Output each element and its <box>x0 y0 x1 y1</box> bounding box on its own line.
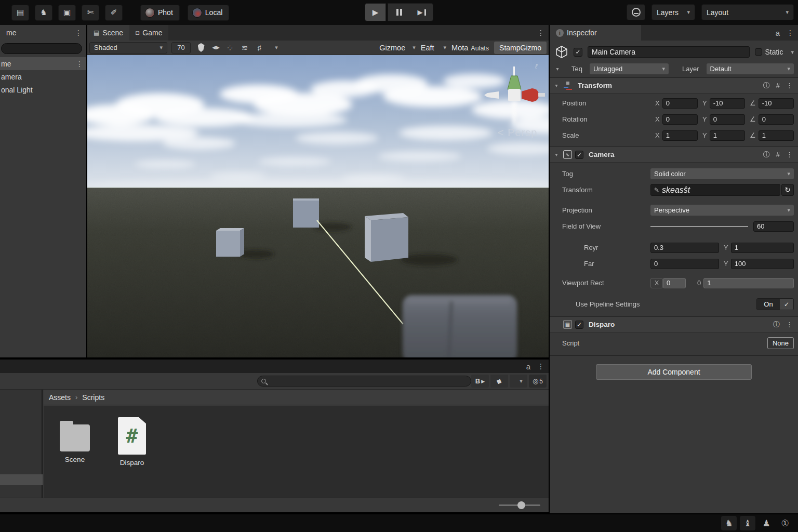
rotation-y-field[interactable]: 0 <box>710 114 745 125</box>
near-y-field[interactable]: 1 <box>731 243 794 253</box>
creature-tool-icon[interactable]: ♞ <box>35 5 52 21</box>
scale-z-field[interactable]: 1 <box>759 130 794 141</box>
position-z-field[interactable]: -10 <box>759 98 794 109</box>
swirl-icon[interactable]: ≋ <box>237 42 252 54</box>
project-kebab-icon[interactable]: ⋮ <box>535 362 547 370</box>
hierarchy-search-input[interactable] <box>1 43 82 54</box>
rotation-x-field[interactable]: 0 <box>662 114 698 125</box>
scale-x-field[interactable]: 1 <box>662 130 698 141</box>
camera-view-caret[interactable]: ▾ <box>267 42 281 54</box>
tab-game[interactable]: ◘ Game <box>129 25 168 41</box>
disparo-header[interactable]: ▦ ✓ Disparo ⓘ ⋮ <box>550 317 798 332</box>
folder-tree-selected-row[interactable] <box>0 474 43 485</box>
transform-preset-icon[interactable]: # <box>776 82 780 89</box>
camera-enabled-checkbox[interactable]: ✓ <box>575 151 583 159</box>
cube-small[interactable] <box>216 228 244 257</box>
far-y-field[interactable]: 100 <box>731 259 794 269</box>
fov-slider[interactable] <box>650 226 748 227</box>
perspective-label[interactable]: < Persp <box>498 127 537 138</box>
position-x-field[interactable]: 0 <box>662 98 698 109</box>
layout-dropdown[interactable]: Layout ▾ <box>701 4 794 20</box>
layers-dropdown[interactable]: Layers ▾ <box>651 4 695 20</box>
butterfly-icon[interactable]: ✄ <box>82 5 99 21</box>
step-button[interactable]: ▶ <box>410 4 433 21</box>
project-search[interactable] <box>257 376 471 387</box>
status-creature-icon-2[interactable]: ♝ <box>740 516 755 530</box>
script-none-button[interactable]: None <box>767 337 794 349</box>
gameobject-name-field[interactable]: Main Camera <box>588 46 750 58</box>
layer-dropdown[interactable]: Detault ▾ <box>707 63 794 74</box>
cube-center[interactable] <box>293 198 319 228</box>
tab-inspector[interactable]: i Inspecfor <box>550 25 641 41</box>
status-creature-icon-1[interactable]: ♞ <box>721 516 737 530</box>
status-info-icon[interactable]: ① <box>777 516 793 530</box>
account-button[interactable] <box>627 4 645 20</box>
project-search-input[interactable] <box>269 378 467 385</box>
projection-dropdown[interactable]: Perspective ▾ <box>650 205 794 216</box>
search-filter-caret[interactable]: ▾ <box>510 375 527 388</box>
scale-y-field[interactable]: 1 <box>710 130 745 141</box>
asset-store-icon[interactable]: B▶ <box>471 375 489 388</box>
camera-header[interactable]: ▾ ∿ ✓ Camera ⓘ # ⋮ <box>550 147 798 163</box>
camera-preset-icon[interactable]: # <box>776 151 780 158</box>
breadcrumb-scripts[interactable]: Scripts <box>82 393 104 402</box>
eaft-dropdown[interactable]: Eaft ▾ <box>421 44 446 52</box>
cube-large[interactable] <box>365 213 408 262</box>
grid-icon[interactable]: ♯ <box>252 42 267 54</box>
gizmo-center-cube[interactable] <box>508 89 521 101</box>
window-tool-icon[interactable]: ▣ <box>58 5 76 21</box>
phot-button[interactable]: Phot <box>140 5 180 21</box>
gameobject-fold-icon[interactable]: ▾ <box>554 66 561 72</box>
tog-dropdown[interactable]: Solid color ▾ <box>650 168 794 179</box>
add-component-button[interactable]: Add Component <box>596 364 752 380</box>
asset-scene-folder[interactable]: Scene <box>56 417 94 498</box>
stampgizmo-button[interactable]: StampGizmo <box>494 42 547 54</box>
scene-kebab-icon[interactable]: ⋮ <box>535 29 547 37</box>
transform-header[interactable]: ▾ Transform ⓘ # ⋮ <box>550 78 798 94</box>
tag-dropdown[interactable]: Untagged ▾ <box>590 63 669 74</box>
asset-disparo-script[interactable]: # Disparo <box>113 417 151 498</box>
thumbnail-zoom-slider[interactable] <box>499 504 540 506</box>
far-field[interactable]: 0 <box>650 259 719 269</box>
disparo-info-icon[interactable]: ⓘ <box>773 320 780 329</box>
cube-foreground[interactable] <box>403 295 517 357</box>
zoom-slider-knob[interactable] <box>517 501 525 509</box>
background-field[interactable]: ✎ skeasŝt <box>650 184 780 196</box>
pause-button[interactable] <box>388 4 410 21</box>
near-field[interactable]: 0.3 <box>650 243 719 253</box>
refresh-button[interactable]: ↻ <box>781 184 794 196</box>
gizmos-dropdown[interactable]: Gizmoe ▾ <box>379 44 416 52</box>
pipeline-toggle[interactable]: On ✓ <box>756 298 794 310</box>
transform-fold-icon[interactable]: ▾ <box>553 83 560 88</box>
viewport-x-field[interactable]: 0 <box>663 278 686 288</box>
effects-icon[interactable]: ∷ <box>221 38 239 57</box>
static-control[interactable]: Static ▾ <box>755 48 794 56</box>
camera-kebab-icon[interactable]: ⋮ <box>786 151 793 158</box>
position-y-field[interactable]: -10 <box>710 98 745 109</box>
transform-kebab-icon[interactable]: ⋮ <box>786 82 793 89</box>
transform-info-icon[interactable]: ⓘ <box>763 81 770 90</box>
shading-mode-dropdown[interactable]: Shaded ▾ <box>89 42 167 54</box>
search-by-label-icon[interactable]: ◆ <box>490 375 508 388</box>
hierarchy-item-kebab-icon[interactable]: ⋮ <box>74 60 85 68</box>
static-checkbox[interactable] <box>755 48 762 56</box>
camera-info-icon[interactable]: ⓘ <box>763 150 770 159</box>
breadcrumb-assets[interactable]: Assets <box>49 393 71 402</box>
hidden-count-button[interactable]: ◎ 5 <box>529 375 547 388</box>
status-account-icon[interactable]: ♟ <box>759 516 774 530</box>
disparo-kebab-icon[interactable]: ⋮ <box>786 321 793 328</box>
hierarchy-item-camera[interactable]: amera <box>0 70 86 83</box>
viewport-w-field[interactable]: 1 <box>703 278 794 288</box>
inspector-kebab-icon[interactable]: ⋮ <box>784 29 796 37</box>
draw-arrow-icon[interactable]: ✐ <box>105 5 123 21</box>
fov-field[interactable]: 60 <box>753 221 794 232</box>
fov-chip[interactable]: 70 <box>171 42 191 54</box>
scene-viewport[interactable]: < Persp ℓ <box>87 55 549 357</box>
hierarchy-item-scene[interactable]: me ⋮ <box>0 57 86 70</box>
hierarchy-kebab-icon[interactable]: ⋮ <box>73 29 84 37</box>
tab-scene[interactable]: ▤ Scene <box>87 25 129 41</box>
camera-fold-icon[interactable]: ▾ <box>553 152 560 157</box>
hierarchy-item-light[interactable]: onal Light <box>0 83 86 96</box>
rotation-z-field[interactable]: 0 <box>759 114 794 125</box>
mota-aulats-control[interactable]: Mota Aulats <box>451 44 489 52</box>
